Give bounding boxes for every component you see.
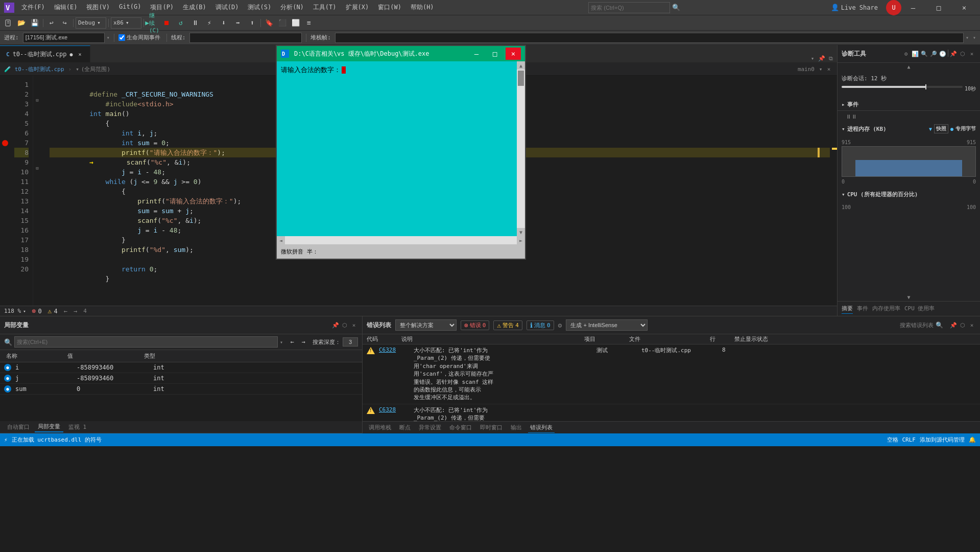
zoom-control[interactable]: 118 % ▾ bbox=[4, 308, 26, 314]
new-file-button[interactable] bbox=[2, 17, 14, 29]
depth-input[interactable] bbox=[343, 337, 358, 347]
tab-callstack[interactable]: 调用堆栈 bbox=[367, 423, 393, 432]
tab-breakpoints[interactable]: 断点 bbox=[397, 423, 413, 432]
error-panel-pin-icon[interactable]: 📌 bbox=[949, 321, 958, 329]
editor-tab-close[interactable]: × bbox=[76, 50, 84, 58]
step-out-button[interactable]: ⬆ bbox=[246, 17, 258, 29]
error-count-badge-2[interactable]: ⊗ 错误 0 bbox=[461, 320, 489, 330]
error-panel-close-icon[interactable]: × bbox=[968, 321, 976, 329]
error-row-2[interactable]: C6328 大小不匹配: 已将'int'作为 _Param_(2) 传递，但需要 bbox=[363, 404, 980, 421]
var-row-sum[interactable]: ● sum 0 int bbox=[0, 384, 362, 395]
scrollbar-down-btn[interactable]: ▼ bbox=[517, 228, 525, 236]
console-minimize-btn[interactable]: — bbox=[469, 48, 484, 60]
locals-close-icon[interactable]: × bbox=[350, 321, 358, 329]
console-maximize-btn[interactable]: □ bbox=[487, 48, 503, 60]
thread-input[interactable] bbox=[189, 33, 302, 43]
error-settings-icon[interactable]: ⚙ bbox=[558, 321, 562, 329]
step-into-button[interactable]: ⬇ bbox=[218, 17, 230, 29]
search-nav-fwd[interactable]: → bbox=[298, 337, 308, 347]
close-button[interactable]: × bbox=[952, 0, 976, 15]
menu-project[interactable]: 项目(P) bbox=[146, 2, 178, 13]
undo-button[interactable]: ↩ bbox=[45, 17, 58, 29]
scrollbar-thumb[interactable] bbox=[518, 71, 524, 86]
nav-fwd-btn[interactable]: → bbox=[74, 308, 77, 315]
status-spaces-label[interactable]: 空格 bbox=[887, 436, 898, 444]
lifecycle-checkbox[interactable]: 生命周期事件 bbox=[118, 34, 160, 41]
tab-watch1[interactable]: 监视 1 bbox=[65, 422, 89, 432]
menu-view[interactable]: 视图(V) bbox=[82, 2, 114, 13]
tab-list-icon[interactable]: ▾ bbox=[808, 54, 817, 62]
status-notifications-icon[interactable]: 🔔 bbox=[969, 436, 976, 443]
menu-build[interactable]: 生成(B) bbox=[179, 2, 210, 13]
redo-button[interactable]: ↪ bbox=[59, 17, 71, 29]
title-search-input[interactable] bbox=[588, 2, 670, 13]
status-add-source[interactable]: 添加到源代码管理 bbox=[920, 436, 965, 444]
tab-split-icon[interactable]: ⧉ bbox=[827, 54, 835, 62]
menu-file[interactable]: 文件(F) bbox=[17, 2, 49, 13]
lifecycle-check[interactable] bbox=[118, 34, 125, 41]
fold-icon-10[interactable]: ⊟ bbox=[33, 163, 41, 173]
tab-errorlist[interactable]: 错误列表 bbox=[528, 423, 555, 433]
locals-expand-icon[interactable]: ⬡ bbox=[341, 321, 349, 329]
hscrollbar-left-btn[interactable]: ◄ bbox=[277, 236, 285, 244]
tab-exceptions[interactable]: 异常设置 bbox=[417, 423, 443, 432]
toolbar-btn-10[interactable]: ≡ bbox=[303, 17, 315, 29]
live-share-button[interactable]: 👤 Live Share bbox=[827, 3, 882, 12]
console-close-btn[interactable]: × bbox=[506, 48, 521, 60]
diag-tab-cpu[interactable]: CPU 使用率 bbox=[904, 304, 935, 314]
locals-pin-icon[interactable]: 📌 bbox=[331, 321, 340, 329]
status-crlf-label[interactable]: CRLF bbox=[902, 436, 916, 443]
menu-help[interactable]: 帮助(H) bbox=[407, 2, 438, 13]
fold-icon-3[interactable]: ⊟ bbox=[33, 95, 41, 105]
chart-icon[interactable]: 📊 bbox=[911, 50, 919, 58]
error-count-badge[interactable]: ⊗ 0 bbox=[32, 307, 42, 315]
nav-back-btn[interactable]: ← bbox=[64, 308, 67, 315]
warning-count-badge-2[interactable]: ⚠ 警告 4 bbox=[493, 320, 522, 330]
menu-test[interactable]: 测试(S) bbox=[244, 2, 275, 13]
events-section-header[interactable]: ▸ 事件 bbox=[838, 99, 980, 110]
stack-input[interactable] bbox=[335, 33, 964, 43]
panel-expand-icon[interactable]: ⬡ bbox=[959, 50, 967, 58]
process-memory-header[interactable]: ▾ 进程内存 (KB) ▼ 快照 ● 专用字节 bbox=[838, 122, 980, 135]
debug-config-dropdown[interactable]: Debug ▾ bbox=[76, 17, 106, 29]
menu-analyze[interactable]: 分析(N) bbox=[276, 2, 308, 13]
menu-window[interactable]: 窗口(W) bbox=[374, 2, 405, 13]
menu-extensions[interactable]: 扩展(X) bbox=[342, 2, 373, 13]
tab-autowindow[interactable]: 自动窗口 bbox=[4, 422, 33, 432]
scrollbar-up-btn[interactable]: ▲ bbox=[517, 61, 525, 70]
warning-count-badge[interactable]: ⚠ 4 bbox=[48, 307, 58, 315]
console-scrollbar-v[interactable]: ▲ ▼ bbox=[517, 61, 525, 236]
error-scope-filter[interactable]: 整个解决方案 bbox=[395, 319, 457, 331]
menu-edit[interactable]: 编辑(E) bbox=[50, 2, 82, 13]
show-next-statement-button[interactable]: ⚡ bbox=[203, 17, 216, 29]
stop-button[interactable]: ⏹ bbox=[160, 17, 173, 29]
message-count-badge[interactable]: ℹ 消息 0 bbox=[527, 320, 554, 330]
restart-button[interactable]: ↺ bbox=[175, 17, 187, 29]
process-input[interactable] bbox=[23, 33, 105, 43]
var-row-i[interactable]: ● i -858993460 int bbox=[0, 362, 362, 373]
clock-icon[interactable]: 🕐 bbox=[939, 50, 947, 58]
continue-button[interactable]: ▶ 继续(C) bbox=[146, 17, 158, 29]
tab-command[interactable]: 命令窗口 bbox=[447, 423, 474, 432]
pin-icon[interactable]: 📌 bbox=[949, 50, 958, 58]
zoom-out-icon[interactable]: 🔎 bbox=[929, 50, 938, 58]
pause-button[interactable]: ⏸ bbox=[189, 17, 201, 29]
status-remote-icon[interactable]: ⚡ bbox=[4, 436, 8, 443]
gear-icon[interactable]: ⚙ bbox=[902, 50, 910, 58]
zoom-in-icon[interactable]: 🔍 bbox=[920, 50, 928, 58]
menu-debug[interactable]: 调试(D) bbox=[211, 2, 243, 13]
maximize-button[interactable]: □ bbox=[927, 0, 950, 15]
tab-pin-icon[interactable]: 📌 bbox=[818, 54, 826, 62]
platform-dropdown[interactable]: x86 ▾ bbox=[111, 17, 141, 29]
header-close-icon[interactable]: × bbox=[825, 65, 833, 73]
menu-tools[interactable]: 工具(T) bbox=[309, 2, 341, 13]
cpu-section-header[interactable]: ▾ CPU (所有处理器的百分比) bbox=[838, 189, 980, 200]
tab-locals[interactable]: 局部变量 bbox=[35, 422, 63, 432]
editor-scrollbar[interactable] bbox=[830, 76, 837, 306]
step-over-button[interactable]: ➡ bbox=[232, 17, 244, 29]
var-row-j[interactable]: ● j -858993460 int bbox=[0, 373, 362, 384]
diag-scroll-down[interactable]: ▼ bbox=[838, 293, 980, 301]
minimize-button[interactable]: — bbox=[901, 0, 925, 15]
error-code-link-2[interactable]: C6328 bbox=[379, 406, 396, 413]
menu-git[interactable]: Git(G) bbox=[115, 2, 145, 13]
